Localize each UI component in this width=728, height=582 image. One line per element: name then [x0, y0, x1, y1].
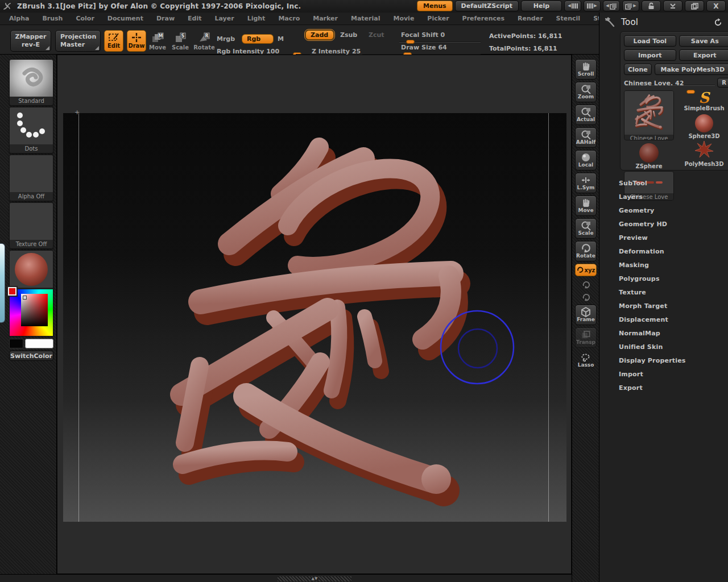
tool-section-row[interactable]: Deformation [617, 244, 725, 258]
scrub-right-button[interactable]: ▶ [584, 1, 601, 11]
shelf-button-rotate-xyz[interactable]: xyz [575, 264, 597, 276]
scrub-left-button[interactable]: ◀ [564, 1, 581, 11]
menu-item[interactable]: Light [247, 13, 266, 24]
menu-item[interactable]: Color [76, 13, 94, 24]
palette-reset-icon[interactable] [714, 18, 722, 27]
shelf-button-scale3d[interactable]: Scale [575, 218, 597, 239]
tool-item-sphere3d[interactable]: Sphere3D [688, 113, 719, 139]
shelf-button-frame[interactable]: Frame [575, 305, 597, 325]
saturation-value-square[interactable] [21, 294, 48, 326]
menu-item[interactable]: Render [518, 13, 543, 24]
minimize-button[interactable] [663, 1, 682, 11]
shelf-button-zoom[interactable]: Zoom [575, 82, 597, 102]
color-picker[interactable] [9, 289, 53, 336]
mrgb-button[interactable]: Mrgb [217, 35, 235, 43]
secondary-color-swatch[interactable] [9, 339, 23, 348]
help-button[interactable]: Help [521, 1, 562, 11]
menu-item[interactable]: Macro [278, 13, 300, 24]
switch-color-button[interactable]: SwitchColor [9, 351, 53, 361]
menu-item[interactable]: Document [107, 13, 143, 24]
menu-item[interactable]: Movie [393, 13, 414, 24]
zadd-button[interactable]: Zadd [305, 30, 334, 40]
draw-button[interactable]: Draw [127, 30, 146, 52]
scale-button[interactable]: S Scale [171, 32, 190, 51]
menu-item[interactable]: Alpha [9, 13, 29, 24]
save-as-button[interactable]: Save As [679, 35, 728, 47]
shelf-button-lsym[interactable]: L.Sym [575, 173, 597, 193]
make-polymesh3d-button[interactable]: Make PolyMesh3D [655, 64, 728, 75]
rotate-y-icon[interactable] [577, 278, 594, 291]
close-icon[interactable]: X [706, 1, 726, 11]
current-brush-thumbnail[interactable]: Standard [9, 59, 53, 106]
document-canvas[interactable]: + [57, 55, 572, 574]
lock-icon[interactable] [642, 1, 661, 11]
current-texture-thumbnail[interactable]: Texture Off [9, 202, 53, 249]
cycle-elements-left-button[interactable]: ◀ [603, 1, 620, 11]
tool-section-row[interactable]: Displacement [617, 313, 725, 326]
tool-section-row[interactable]: Display Properties [617, 354, 725, 367]
bottom-tray-handle[interactable]: ▲▼ [278, 576, 351, 581]
menu-item[interactable]: Picker [427, 13, 449, 24]
tool-section-row[interactable]: Geometry [617, 203, 725, 217]
menu-item[interactable]: Stencil [556, 13, 581, 24]
tool-section-row[interactable]: Geometry HD [617, 217, 725, 231]
move-button[interactable]: M Move [148, 32, 167, 51]
tool-section-row[interactable]: Unified Skin [617, 340, 725, 354]
menu-item[interactable]: Edit [188, 13, 201, 24]
document-area[interactable]: + [63, 113, 566, 522]
tool-section-row[interactable]: Export [617, 381, 725, 394]
tool-section-row[interactable]: NormalMap [617, 326, 725, 340]
cycle-elements-right-button[interactable]: ▶ [622, 1, 639, 11]
current-stroke-thumbnail[interactable]: Dots [9, 107, 53, 153]
left-tray-handle[interactable] [0, 243, 5, 323]
tool-section-row[interactable]: Preview [617, 231, 725, 244]
shelf-button-actual[interactable]: Actual [575, 105, 597, 125]
zmapper-button[interactable]: ZMapperrev-E [10, 30, 51, 52]
current-alpha-thumbnail[interactable]: Alpha Off [9, 155, 53, 201]
shelf-button-local[interactable]: Local [575, 150, 597, 171]
shelf-button-rotate3d[interactable]: Rotate [575, 241, 597, 261]
tool-item-zsphere[interactable]: ZSphere [624, 142, 674, 169]
menu-item[interactable]: Marker [313, 13, 338, 24]
clone-button[interactable]: Clone [624, 64, 652, 75]
tool-section-row[interactable]: Texture [617, 285, 725, 299]
tool-item-chinese-love-active[interactable]: Chinese Love [624, 90, 674, 140]
menu-item[interactable]: Brush [42, 13, 63, 24]
load-tool-button[interactable]: Load Tool [624, 35, 676, 47]
primary-color-swatch[interactable] [25, 339, 53, 348]
rotate-button[interactable]: R Rotate [193, 32, 215, 51]
chinese-love-sculpt[interactable] [171, 136, 461, 505]
zsub-button[interactable]: Zsub [340, 31, 357, 39]
edit-button[interactable]: Edit [104, 30, 123, 52]
shelf-button-move3d[interactable]: Move [575, 196, 597, 216]
restore-button[interactable] [685, 1, 704, 11]
svg-text:M: M [159, 34, 163, 39]
menu-item[interactable]: Material [351, 13, 380, 24]
tool-section-row[interactable]: Morph Target [617, 299, 725, 313]
tool-section-row[interactable]: Masking [617, 258, 725, 272]
import-button[interactable]: Import [624, 49, 676, 61]
tool-section-row[interactable]: Polygroups [617, 272, 725, 285]
menu-item[interactable]: Draw [156, 13, 175, 24]
m-button[interactable]: M [278, 35, 284, 43]
rotate-z-icon[interactable] [577, 291, 594, 304]
projection-master-button[interactable]: ProjectionMaster [55, 30, 101, 52]
zcut-button[interactable]: Zcut [369, 31, 384, 39]
shelf-button-aahalf[interactable]: AAHalf [575, 127, 597, 148]
color-marker-icon [23, 296, 27, 300]
menu-item[interactable]: Layer [214, 13, 234, 24]
rgb-button[interactable]: Rgb [242, 34, 274, 44]
default-zscript-button[interactable]: DefaultZScript [455, 1, 519, 11]
tool-section-row[interactable]: Import [617, 367, 725, 381]
menus-button[interactable]: Menus [417, 1, 453, 11]
tool-item-polymesh3d[interactable]: PolyMesh3D [684, 140, 723, 167]
shelf-button-lasso[interactable]: Lasso [575, 350, 597, 371]
tool-section-row[interactable]: SubTool [617, 176, 725, 190]
tool-section-row[interactable]: Layers [617, 190, 725, 203]
r-button[interactable]: R [717, 78, 728, 88]
tool-slider[interactable]: Chinese Love. 42 R [624, 78, 728, 88]
menu-item[interactable]: Preferences [462, 13, 504, 24]
export-button[interactable]: Export [679, 49, 728, 61]
shelf-button-scroll[interactable]: Scroll [575, 59, 597, 80]
shelf-button-transp[interactable]: Transp [575, 327, 597, 348]
